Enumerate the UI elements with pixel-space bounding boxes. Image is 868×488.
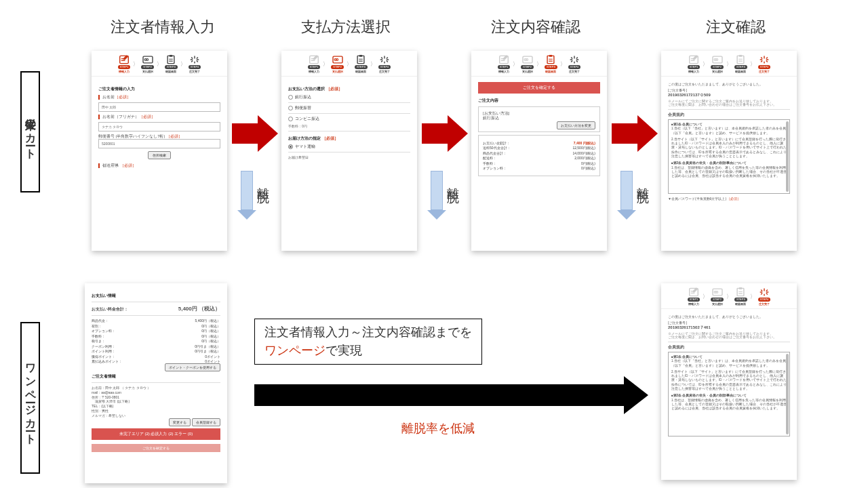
stepbar: STEP1情報入力 〉 STEP2支払選択 〉 STEP3確認画面 〉 STEP… <box>661 283 797 309</box>
rowlabel-onepage: ワンページカート <box>20 322 40 474</box>
ridatsu-teigen: 離脱率を低減 <box>401 420 475 436</box>
ridatsu-label: 離脱 <box>635 178 651 186</box>
onepage-done-card: STEP1情報入力 〉 STEP2支払選択 〉 STEP3確認画面 〉 STEP… <box>661 283 797 480</box>
register-button[interactable]: 会員登録する <box>192 418 220 426</box>
col-title-2: 支払方法選択 <box>271 17 420 37</box>
classic-card-2: STEP1情報入力 〉 STEP2支払選択 〉 STEP3確認画面 〉 STEP… <box>281 51 417 251</box>
pay-option-cvs[interactable]: コンビニ振込 <box>288 117 410 121</box>
stepbar: STEP1情報入力 〉 STEP2支払選択 〉 STEP3確認画面 〉 STEP… <box>281 51 417 77</box>
kana-input[interactable]: タナカ タロウ <box>98 122 220 131</box>
chevron-right-icon: 〉 <box>133 60 138 68</box>
section-title: ご注文者情報の入力 <box>98 86 220 92</box>
classic-card-4: STEP1情報入力 〉 STEP2支払選択 〉 STEP3確認画面 〉 STEP… <box>661 51 797 251</box>
col-title-1: 注文者情報入力 <box>81 17 244 37</box>
address-search-button[interactable]: 住所検索 <box>148 151 171 159</box>
stepbar: STEP1情報入力 〉 STEP2支払選択 〉 STEP3確認画面 〉 STEP… <box>92 51 227 77</box>
confirm-button[interactable]: ご注文を確定する <box>478 82 600 94</box>
flow-arrow-icon <box>612 115 658 152</box>
pay-option-bank[interactable]: 銀行振込 <box>288 95 410 100</box>
dropoff-arrow-icon <box>427 171 446 220</box>
total-value: 5,400円 （税込） <box>178 305 220 312</box>
rowlabel-classic: 従来のカート <box>20 71 40 192</box>
chevron-right-icon: 〉 <box>180 60 186 68</box>
classic-card-1: STEP1情報入力 〉 STEP2支払選択 〉 STEP3確認画面 〉 STEP… <box>92 51 227 251</box>
error-banner: 未完了エリア (2) 必須入力 (2) エラー (0) <box>92 428 220 440</box>
dropoff-arrow-icon <box>237 171 256 220</box>
pay-option-yubin[interactable]: 郵便振替 <box>288 106 410 110</box>
stepbar: STEP1情報入力 〉 STEP2支払選択 〉 STEP3確認画面 〉 STEP… <box>471 51 607 77</box>
deliv-option-yamato[interactable]: ヤマト運輸 <box>288 144 410 149</box>
onepage-card: お支払い情報 お支払い料金合計： 5,400円 （税込） 商品代金：5,400円… <box>85 283 227 483</box>
terms-scrollbox[interactable]: ■第1条 会員について 1.当社（以下「当社」と言います）は、本会員規約を承諾し… <box>668 119 790 194</box>
col-title-4: 注文確認 <box>668 17 804 37</box>
flow-arrow-icon <box>422 115 468 152</box>
classic-card-3: STEP1情報入力 〉 STEP2支払選択 〉 STEP3確認画面 〉 STEP… <box>471 51 607 251</box>
zip-input[interactable]: 5200801 <box>98 139 220 148</box>
chevron-right-icon: 〉 <box>157 60 162 68</box>
submit-button[interactable]: ご注文を確定する <box>92 444 220 452</box>
ridatsu-label: 離脱 <box>255 178 271 186</box>
edit-button[interactable]: 変更する <box>169 418 191 426</box>
terms-scrollbox[interactable]: ■第1条 会員について 1.当社（以下「当社」と言います）は、本会員規約を承諾し… <box>668 352 790 436</box>
message-box: 注文者情報入力～注文内容確認までを ワンページで実現 <box>254 319 482 365</box>
coupon-button[interactable]: ポイント・クーポンを使用する <box>165 363 220 371</box>
dropoff-arrow-icon <box>617 171 636 220</box>
name-input[interactable]: 田中 太郎 <box>98 102 220 112</box>
onepage-flow-arrow-icon <box>254 376 648 414</box>
col-title-3: 注文内容確認 <box>461 17 610 37</box>
ridatsu-label: 離脱 <box>445 178 461 186</box>
flow-arrow-icon <box>232 115 278 152</box>
stepbar: STEP1情報入力 〉 STEP2支払選択 〉 STEP3確認画面 〉 STEP… <box>661 51 797 77</box>
change-pay-button[interactable]: お支払い方法を変更 <box>557 121 595 129</box>
